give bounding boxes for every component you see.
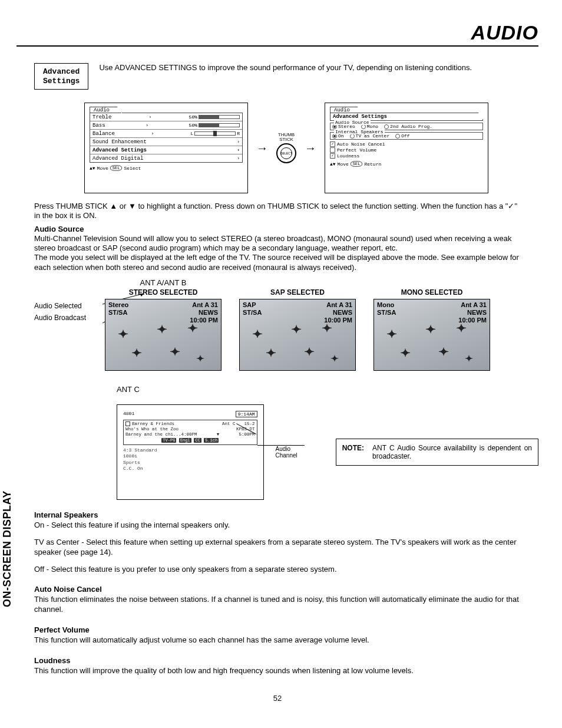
note-box: NOTE: ANT C Audio Source availability is… [336, 439, 538, 466]
adv-line1: Advanced [43, 67, 80, 77]
loudness-heading: Loudness [34, 656, 521, 666]
menu-footer: ▲▼Move SELSelect [90, 165, 243, 171]
auto-noise-text: This function eliminates the noise betwe… [34, 595, 521, 615]
arrow-right-icon: → [256, 142, 268, 154]
instruction-text: Press THUMB STICK ▲ or ▼ to highlight a … [34, 202, 521, 221]
adv-settings-header: Advanced Settings [333, 114, 387, 120]
side-tab-label: ON-SCREEN DISPLAY [1, 490, 14, 607]
internal-center-text: TV as Center - Select this feature when … [34, 538, 521, 558]
adv-line2: Settings [43, 77, 80, 86]
audio-source-p1: Multi-Channel Television Sound will allo… [34, 234, 521, 253]
menu-item-adv-settings: Advanced Settings› [90, 146, 242, 154]
page-title: AUDIO [16, 21, 538, 47]
tv-example-mono: Mono ST/SA Ant A 31 NEWS 10:00 PM ✦✦✦ ✦✦… [373, 299, 490, 371]
menu-item-treble: Treble › 50% [90, 113, 242, 121]
menu-item-sound-enh: Sound Enhancement› [90, 138, 242, 146]
tv-example-sap: SAP ST/SA Ant A 31 NEWS 10:00 PM ✦✦✦ ✦✦✦ [239, 299, 356, 371]
check-perfect-volume: Perfect Volume [330, 147, 483, 153]
internal-off-text: Off - Select this feature is you prefer … [34, 565, 521, 575]
page-number: 52 [16, 694, 538, 703]
menu-item-balance: Balance › LR [90, 130, 242, 138]
thumb-stick-diagram: THUMB STICK SELECT [276, 133, 296, 163]
menu-item-bass: Bass › 50% [90, 121, 242, 130]
internal-on-text: On - Select this feature if using the in… [34, 521, 521, 531]
ant-c-screenshot: 4801 9:14AM Barney & Friends Ant C 15-2 … [117, 404, 264, 500]
arrow-right-icon: → [305, 142, 316, 154]
callout-labels: Audio Selected Audio Broadcast [34, 278, 105, 325]
stereo-selected-head: STEREO SELECTED [105, 288, 222, 297]
mono-selected-head: MONO SELECTED [373, 288, 490, 297]
perfect-volume-text: This function will automatically adjust … [34, 635, 521, 645]
menu-item-adv-digital: Advanced Digital› [90, 154, 242, 162]
audio-channel-callout: Audio Channel [276, 446, 312, 459]
intro-text: Use ADVANCED SETTINGS to improve the sou… [99, 63, 538, 72]
ant-ab-label: ANT A/ANT B [105, 278, 222, 287]
advanced-settings-box: Advanced Settings [34, 63, 88, 90]
audio-source-heading: Audio Source [34, 225, 521, 234]
check-auto-noise: Auto Noise Cancel [330, 141, 483, 147]
internal-speakers-group: Internal Speakers On TV as Center Off [330, 132, 483, 140]
internal-speakers-heading: Internal Speakers [34, 510, 521, 521]
menu-tab-audio: Audio [90, 107, 122, 113]
advanced-settings-menu-screenshot: Audio Advanced Settings Audio Source Ste… [325, 103, 488, 193]
check-loudness: Loudness [330, 153, 483, 159]
audio-source-p2: The mode you select will be displayed at… [34, 253, 521, 272]
audio-menu-screenshot: Audio Treble › 50% Bass › 50% Balance › … [84, 103, 248, 193]
sap-selected-head: SAP SELECTED [239, 288, 356, 297]
auto-noise-heading: Auto Noise Cancel [34, 585, 521, 595]
perfect-volume-heading: Perfect Volume [34, 625, 521, 635]
menu-footer: ▲▼Move SELReturn [330, 161, 483, 167]
loudness-text: This function will improve the quality o… [34, 666, 521, 676]
ant-c-label: ANT C [117, 385, 538, 394]
tv-example-stereo: Stereo ST/SA Ant A 31 NEWS 10:00 PM ✦✦✦ … [105, 299, 222, 371]
